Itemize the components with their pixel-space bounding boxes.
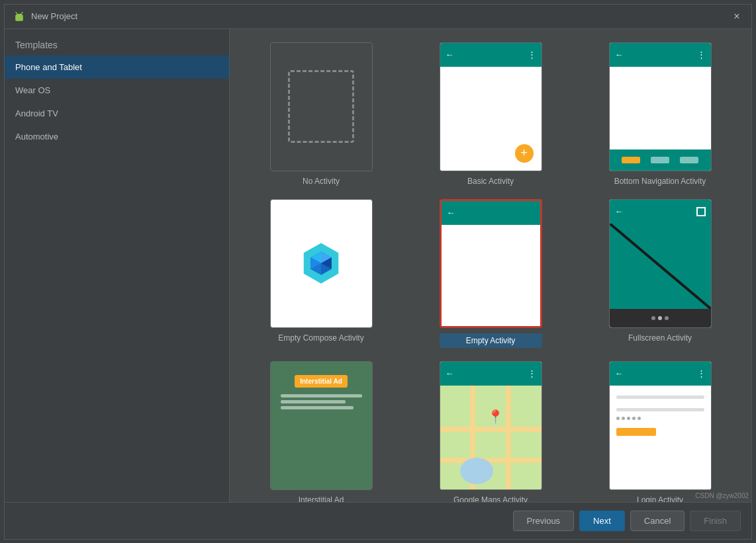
login-field-1: [616, 396, 704, 399]
cancel-button[interactable]: Cancel: [630, 511, 685, 531]
back-arrow-icon-4: ←: [615, 206, 624, 216]
template-label-maps: Google Maps Activity: [453, 495, 528, 502]
sidebar-item-phone-tablet[interactable]: Phone and Tablet: [5, 56, 229, 79]
template-label-empty: Empty Activity: [440, 333, 542, 348]
template-interstitial-ad[interactable]: Interstitial Ad Interstitial Ad: [243, 361, 399, 502]
password-dot-3: [627, 417, 630, 420]
login-button-preview: [616, 428, 656, 436]
preview-interstitial-ad: Interstitial Ad: [270, 361, 373, 490]
previous-button[interactable]: Previous: [513, 511, 575, 531]
preview-empty-activity: ←: [440, 199, 542, 328]
back-arrow-icon-2: ←: [615, 50, 624, 60]
login-password-dots: [616, 417, 704, 420]
svg-line-12: [610, 224, 711, 309]
svg-line-3: [21, 12, 23, 14]
template-label-basic: Basic Activity: [467, 177, 514, 186]
more-options-icon-2: ⋮: [697, 50, 706, 60]
interstitial-content: Interstitial Ad: [271, 362, 372, 489]
empty-activity-bar: ←: [442, 201, 540, 225]
fullscreen-top-bar: ←: [610, 200, 711, 224]
login-content: [610, 386, 711, 489]
main-content: No Activity ← ⋮ + Basic Activity: [230, 29, 751, 502]
more-options-icon-3: ⋮: [528, 368, 536, 378]
more-options-icon-4: ⋮: [697, 368, 706, 378]
next-button[interactable]: Next: [579, 511, 625, 531]
map-road-h-1: [440, 427, 542, 432]
ad-line-2: [281, 400, 346, 403]
template-label-login: Login Activity: [637, 495, 683, 502]
content-area: Templates Phone and Tablet Wear OS Andro…: [5, 29, 751, 502]
dashed-box: [288, 70, 354, 143]
template-fullscreen[interactable]: ← Fulls: [582, 199, 738, 348]
template-empty-activity[interactable]: ← Empty Activity: [412, 199, 569, 348]
preview-no-activity: [270, 42, 373, 171]
sidebar-item-wear-os[interactable]: Wear OS: [5, 79, 229, 102]
preview-bottom-navigation: ← ⋮: [609, 42, 712, 171]
map-road-h-2: [440, 458, 542, 463]
dialog-window: New Project × Templates Phone and Tablet…: [4, 4, 752, 540]
back-arrow-icon: ←: [446, 50, 454, 60]
bottom-nav-top-bar: ← ⋮: [610, 43, 711, 67]
login-top-bar: ← ⋮: [610, 362, 711, 386]
template-label-fullscreen: Fullscreen Activity: [628, 333, 692, 343]
window-title: New Project: [31, 11, 730, 21]
fullscreen-bottom-bar: [610, 309, 711, 327]
template-no-activity[interactable]: No Activity: [243, 42, 399, 186]
watermark: CSDN @zyw2002: [695, 492, 749, 499]
bottom-nav-footer: [610, 149, 711, 171]
template-label-bottom-nav: Bottom Navigation Activity: [614, 177, 706, 186]
fullscreen-main-content: [610, 224, 711, 309]
svg-line-2: [16, 12, 17, 14]
template-login-activity[interactable]: ← ⋮: [582, 361, 738, 502]
template-google-maps[interactable]: ← ⋮ 📍 Google Maps Activity: [412, 361, 569, 502]
sidebar-item-android-tv[interactable]: Android TV: [5, 102, 229, 125]
compose-logo-icon: [298, 240, 344, 286]
expand-icon: [696, 207, 706, 216]
ad-lines: [277, 394, 365, 409]
map-water-1: [460, 458, 493, 484]
login-field-2: [616, 408, 704, 411]
sidebar: Templates Phone and Tablet Wear OS Andro…: [5, 29, 230, 502]
close-button[interactable]: ×: [730, 10, 743, 23]
basic-teal-bar: ← ⋮: [440, 43, 542, 67]
map-content: 📍: [440, 386, 542, 489]
templates-grid: No Activity ← ⋮ + Basic Activity: [230, 29, 751, 502]
back-arrow-icon-6: ←: [615, 368, 624, 378]
dot-indicator-2: [658, 316, 662, 320]
dot-indicator-3: [665, 316, 669, 320]
dot-indicator-1: [651, 316, 655, 320]
empty-activity-content: [442, 225, 540, 326]
password-dot-4: [632, 417, 636, 420]
password-dot-1: [616, 417, 620, 420]
template-basic-activity[interactable]: ← ⋮ + Basic Activity: [412, 42, 569, 186]
password-dot-2: [622, 417, 625, 420]
sidebar-header: Templates: [5, 29, 229, 56]
template-empty-compose[interactable]: Empty Compose Activity: [243, 199, 399, 348]
bottom-bar: Previous Next Cancel Finish: [5, 502, 751, 539]
back-arrow-icon-3: ←: [447, 208, 455, 218]
template-label-interstitial: Interstitial Ad: [299, 495, 344, 502]
android-icon: [13, 10, 26, 23]
ad-line-1: [281, 394, 362, 397]
title-bar: New Project ×: [5, 5, 751, 29]
finish-button[interactable]: Finish: [690, 511, 741, 531]
ad-badge: Interstitial Ad: [295, 375, 348, 388]
preview-login-activity: ← ⋮: [609, 361, 712, 490]
sidebar-item-automotive[interactable]: Automotive: [5, 125, 229, 148]
password-dot-5: [638, 417, 641, 420]
preview-basic-activity: ← ⋮ +: [440, 42, 542, 171]
ad-line-3: [281, 406, 354, 409]
nav-tab-inactive-1: [651, 157, 669, 163]
preview-google-maps: ← ⋮ 📍: [440, 361, 542, 490]
back-arrow-icon-5: ←: [446, 368, 454, 378]
map-pin-icon: 📍: [487, 409, 504, 425]
diagonal-line-icon: [610, 224, 711, 309]
bottom-nav-content: [610, 67, 711, 149]
template-label-no-activity: No Activity: [303, 177, 340, 186]
basic-content-area: +: [440, 67, 542, 171]
map-road-v-2: [506, 386, 511, 489]
preview-empty-compose: [270, 199, 373, 328]
map-top-bar: ← ⋮: [440, 362, 542, 386]
template-bottom-navigation[interactable]: ← ⋮ Bottom Navigation Activity: [582, 42, 738, 186]
template-label-compose: Empty Compose Activity: [278, 333, 363, 343]
